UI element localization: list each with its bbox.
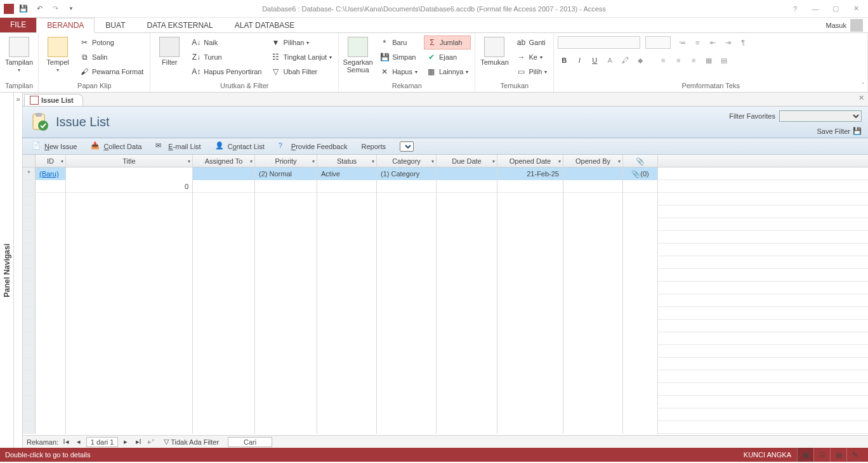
alt-row-icon[interactable]: ▤ <box>718 54 730 67</box>
gridlines-icon[interactable]: ▦ <box>702 54 715 67</box>
align-center-icon[interactable]: ≡ <box>672 54 685 67</box>
col-title[interactable]: Title▾ <box>66 155 193 167</box>
align-left-icon[interactable]: ≡ <box>657 54 669 67</box>
cell-status[interactable]: Active <box>317 167 377 180</box>
col-due[interactable]: Due Date▾ <box>437 155 497 167</box>
cell-opened[interactable]: 21-Feb-25 <box>497 167 563 180</box>
filter-button[interactable]: Filter <box>154 36 185 66</box>
replace-button[interactable]: abGanti <box>513 36 549 49</box>
no-filter-indicator[interactable]: ▽Tidak Ada Filter <box>164 438 219 446</box>
col-attachment[interactable]: 📎 <box>623 155 658 167</box>
indent-inc-icon[interactable]: ⇥ <box>721 36 734 49</box>
spelling-button[interactable]: ✔Ejaan <box>424 50 471 64</box>
chevron-down-icon[interactable]: ▾ <box>250 159 253 164</box>
table-row[interactable] <box>23 408 868 421</box>
help-icon[interactable]: ? <box>786 2 805 16</box>
toggle-filter-button[interactable]: ▽Ubah Filter <box>268 65 334 79</box>
align-right-icon[interactable]: ≡ <box>687 54 700 67</box>
record-position-input[interactable] <box>86 437 118 447</box>
table-row[interactable] <box>23 396 868 408</box>
row-selector[interactable]: * <box>23 167 36 179</box>
font-name-combo[interactable] <box>558 36 640 49</box>
table-row[interactable] <box>23 282 868 294</box>
contact-list-button[interactable]: 👤Contact List <box>215 141 265 152</box>
cell-title[interactable] <box>66 167 193 180</box>
next-record-button[interactable]: ▸ <box>121 437 131 447</box>
table-row[interactable]: * (Baru) (2) Normal Active (1) Category … <box>23 167 868 180</box>
new-record-button[interactable]: ＊Baru <box>377 36 420 49</box>
cell-id[interactable] <box>36 180 66 193</box>
row-selector[interactable] <box>23 180 36 192</box>
remove-sort-button[interactable]: A↕Hapus Penyortiran <box>188 65 264 79</box>
collapse-ribbon-icon[interactable]: ˆ <box>862 82 864 89</box>
reports-select[interactable] <box>400 141 414 152</box>
table-row[interactable]: 0 <box>23 180 868 193</box>
form-view-button[interactable]: ▦ <box>797 448 813 462</box>
table-row[interactable] <box>23 294 868 307</box>
layout-view-button[interactable]: ▤ <box>830 448 846 462</box>
table-row[interactable] <box>23 205 868 218</box>
email-list-button[interactable]: ✉E-mail List <box>155 141 201 152</box>
chevron-down-icon[interactable]: ▾ <box>312 159 315 164</box>
chevron-down-icon[interactable]: ▾ <box>431 159 434 164</box>
table-row[interactable] <box>23 332 868 345</box>
font-size-combo[interactable] <box>645 36 671 49</box>
cell-attachment[interactable]: 📎(0) <box>623 167 658 180</box>
qat-undo-icon[interactable]: ↶ <box>33 3 46 15</box>
qat-customize-icon[interactable]: ▼ <box>65 3 77 15</box>
cell-due[interactable] <box>437 167 497 180</box>
table-row[interactable] <box>23 320 868 332</box>
paste-button[interactable]: Tempel ▾ <box>43 36 73 73</box>
cell-assigned[interactable] <box>193 167 255 180</box>
navigation-pane[interactable]: Panel Navigasi <box>0 93 14 448</box>
doc-tab-issue-list[interactable]: Issue List <box>24 94 83 106</box>
sort-desc-button[interactable]: Z↓Turun <box>188 50 264 64</box>
goto-button[interactable]: →Ke▾ <box>513 50 549 64</box>
cell-id[interactable]: (Baru) <box>39 170 59 178</box>
doc-close-icon[interactable]: ✕ <box>858 94 864 102</box>
numbering-icon[interactable]: ≡ <box>691 36 704 49</box>
cell-category[interactable]: (1) Category <box>377 167 437 180</box>
first-record-button[interactable]: I◂ <box>61 437 71 447</box>
signin-label[interactable]: Masuk <box>826 22 846 29</box>
more-button[interactable]: ▦Lainnya▾ <box>424 65 471 79</box>
last-record-button[interactable]: ▸I <box>133 437 143 447</box>
tab-beranda[interactable]: BERANDA <box>36 18 95 33</box>
save-record-button[interactable]: 💾Simpan <box>377 50 420 64</box>
find-button[interactable]: Temukan <box>479 36 510 66</box>
sort-asc-button[interactable]: A↓Naik <box>188 36 264 49</box>
table-row[interactable] <box>23 244 868 256</box>
row-selector-header[interactable] <box>23 155 36 167</box>
col-priority[interactable]: Priority▾ <box>255 155 317 167</box>
copy-button[interactable]: ⧉Salin <box>77 50 146 64</box>
table-row[interactable] <box>23 256 868 269</box>
col-assigned[interactable]: Assigned To▾ <box>193 155 255 167</box>
underline-icon[interactable]: U <box>588 54 601 67</box>
chevron-down-icon[interactable]: ▾ <box>188 159 190 164</box>
col-status[interactable]: Status▾ <box>317 155 377 167</box>
close-icon[interactable]: ✕ <box>846 2 865 16</box>
format-painter-button[interactable]: 🖌Pewarna Format <box>77 65 146 79</box>
new-issue-button[interactable]: 📄New Issue <box>32 141 77 152</box>
col-opened-by[interactable]: Opened By▾ <box>563 155 623 167</box>
col-id[interactable]: ID▾ <box>36 155 66 167</box>
table-row[interactable] <box>23 193 868 205</box>
italic-icon[interactable]: I <box>573 54 586 67</box>
new-record-nav-button[interactable]: ▸* <box>146 437 156 447</box>
cell-by[interactable] <box>563 167 623 180</box>
qat-save-icon[interactable]: 💾 <box>17 3 30 15</box>
avatar-icon[interactable] <box>850 19 863 32</box>
file-tab[interactable]: FILE <box>0 18 36 32</box>
selection-button[interactable]: ▼Pilihan▾ <box>268 36 334 49</box>
chevron-down-icon[interactable]: ▾ <box>558 159 561 164</box>
refresh-button[interactable]: Segarkan Semua <box>343 36 373 74</box>
cell-priority[interactable]: (2) Normal <box>255 167 317 180</box>
highlight-icon[interactable]: 🖍 <box>619 54 631 67</box>
shutter-open-button[interactable]: » <box>14 93 23 448</box>
view-button[interactable]: Tampilan ▾ <box>4 36 34 73</box>
filter-favorites-select[interactable] <box>779 110 862 122</box>
tab-alat-database[interactable]: ALAT DATABASE <box>224 18 305 32</box>
table-row[interactable] <box>23 231 868 244</box>
qat-redo-icon[interactable]: ↷ <box>49 3 62 15</box>
table-row[interactable] <box>23 370 868 383</box>
